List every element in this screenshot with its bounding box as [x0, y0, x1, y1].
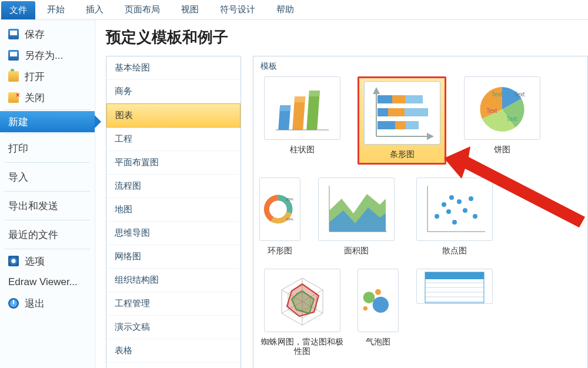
- cat-network[interactable]: 网络图: [106, 245, 240, 269]
- template-table-chart[interactable]: [412, 269, 497, 357]
- sidebar-saveas[interactable]: 另存为...: [0, 45, 95, 66]
- svg-rect-1: [279, 105, 290, 111]
- template-bubble-chart[interactable]: 气泡图: [358, 269, 399, 357]
- template-pie-chart[interactable]: Text Text Text Text 饼图: [459, 76, 544, 165]
- pie-chart-thumb: Text Text Text Text: [464, 76, 540, 140]
- template-radar-label: 蜘蛛网图，雷达图和极性图: [259, 337, 345, 357]
- sidebar-new-label: 新建: [8, 115, 28, 129]
- sidebar-saveas-label: 另存为...: [25, 49, 63, 62]
- svg-point-26: [442, 202, 446, 207]
- svg-rect-14: [405, 108, 428, 116]
- donut-text2: 25%: [286, 216, 294, 220]
- exit-icon: [8, 298, 19, 309]
- menu-layout[interactable]: 页面布局: [114, 0, 171, 19]
- sidebar-exit[interactable]: 退出: [0, 293, 95, 314]
- menu-insert[interactable]: 插入: [75, 0, 114, 19]
- template-bar-chart[interactable]: 条形图: [358, 76, 446, 165]
- sidebar-recent-label: 最近的文件: [8, 228, 58, 242]
- cat-engineering[interactable]: 工程: [106, 128, 240, 151]
- sidebar-export[interactable]: 导出和发送: [0, 193, 95, 219]
- svg-point-31: [469, 196, 473, 201]
- cat-map[interactable]: 地图: [106, 198, 240, 222]
- column-chart-thumb: [264, 76, 340, 140]
- cat-wireframe[interactable]: 线框图: [106, 363, 240, 368]
- sidebar-print[interactable]: 打印: [0, 135, 95, 161]
- svg-point-43: [373, 296, 389, 312]
- sidebar-exit-label: 退出: [25, 297, 45, 310]
- cat-business[interactable]: 商务: [106, 80, 240, 103]
- cat-basic[interactable]: 基本绘图: [106, 56, 240, 80]
- menu-start[interactable]: 开始: [36, 0, 75, 19]
- template-area-chart[interactable]: 面积图: [313, 178, 399, 256]
- pie-text4: Text: [506, 116, 517, 122]
- sidebar-new[interactable]: 新建: [0, 111, 95, 132]
- cat-presentation[interactable]: 演示文稿: [106, 316, 240, 339]
- sidebar-import[interactable]: 导入: [0, 164, 95, 190]
- svg-rect-3: [294, 96, 305, 102]
- menu-file[interactable]: 文件: [1, 1, 35, 19]
- svg-rect-12: [377, 108, 388, 116]
- template-donut-chart[interactable]: 25% 25% 环形图: [259, 178, 300, 256]
- template-pie-label: 饼图: [494, 145, 510, 155]
- cat-chart[interactable]: 图表: [106, 103, 240, 128]
- template-column-chart[interactable]: 柱状图: [259, 76, 345, 165]
- cat-table[interactable]: 表格: [106, 339, 240, 363]
- svg-rect-15: [377, 121, 395, 129]
- svg-point-44: [375, 289, 381, 295]
- svg-point-30: [463, 208, 467, 213]
- sidebar-options-label: 选项: [25, 255, 45, 268]
- close-folder-icon: [8, 92, 19, 103]
- template-area-label: 面积图: [344, 246, 369, 256]
- scatter-chart-thumb: [416, 178, 493, 241]
- svg-point-42: [363, 292, 375, 303]
- svg-point-29: [457, 199, 462, 204]
- svg-rect-11: [405, 95, 423, 103]
- sidebar-save[interactable]: 保存: [0, 24, 95, 45]
- save-icon: [8, 29, 19, 39]
- sidebar-import-label: 导入: [8, 170, 28, 184]
- menu-view[interactable]: 视图: [171, 0, 209, 19]
- cat-projmgmt[interactable]: 工程管理: [106, 292, 240, 316]
- svg-point-27: [449, 195, 454, 200]
- cat-mindmap[interactable]: 思维导图: [106, 222, 240, 245]
- radar-chart-thumb: [264, 269, 340, 332]
- donut-chart-thumb: 25% 25%: [259, 178, 300, 241]
- svg-point-45: [363, 306, 368, 310]
- menu-help[interactable]: 帮助: [266, 0, 305, 19]
- sidebar-close[interactable]: 关闭: [0, 87, 95, 108]
- template-radar-chart[interactable]: 蜘蛛网图，雷达图和极性图: [259, 269, 345, 357]
- save-as-icon: [8, 50, 19, 61]
- svg-point-25: [435, 214, 439, 219]
- sidebar-open[interactable]: 打开: [0, 66, 95, 87]
- svg-point-28: [446, 209, 451, 214]
- area-chart-thumb: [318, 178, 395, 241]
- svg-rect-13: [388, 108, 405, 116]
- cat-floorplan[interactable]: 平面布置图: [106, 151, 240, 175]
- file-sidebar: 保存 另存为... 打开 关闭 新建 打印 导入 导出和发送 最近的文件 选项 …: [0, 20, 95, 368]
- page-title: 预定义模板和例子: [106, 27, 588, 48]
- menu-bar: 文件 开始 插入 页面布局 视图 符号设计 帮助: [0, 0, 588, 20]
- pie-text2: Text: [514, 91, 525, 98]
- open-folder-icon: [8, 71, 19, 82]
- svg-point-32: [473, 214, 477, 219]
- svg-point-33: [452, 220, 457, 225]
- template-donut-label: 环形图: [268, 246, 292, 256]
- table-chart-thumb: [416, 269, 493, 304]
- pie-text3: Text: [486, 108, 497, 114]
- cat-orgchart[interactable]: 组织结构图: [106, 269, 240, 292]
- sidebar-recent[interactable]: 最近的文件: [0, 222, 95, 247]
- category-list: 基本绘图 商务 图表 工程 平面布置图 流程图 地图 思维导图 网络图 组织结构…: [106, 56, 241, 368]
- sidebar-viewer[interactable]: Edraw Viewer...: [0, 272, 95, 293]
- template-gallery: 模板: [253, 56, 588, 368]
- sidebar-options[interactable]: 选项: [0, 250, 95, 272]
- svg-rect-46: [425, 272, 484, 279]
- svg-rect-10: [392, 95, 405, 103]
- options-icon: [8, 256, 19, 266]
- template-bubble-label: 气泡图: [366, 337, 390, 347]
- svg-rect-5: [309, 91, 320, 96]
- bar-chart-thumb: [364, 81, 440, 145]
- menu-symbol[interactable]: 符号设计: [209, 0, 266, 19]
- cat-flowchart[interactable]: 流程图: [106, 175, 240, 198]
- sidebar-save-label: 保存: [25, 28, 45, 41]
- template-scatter-chart[interactable]: 散点图: [412, 178, 497, 256]
